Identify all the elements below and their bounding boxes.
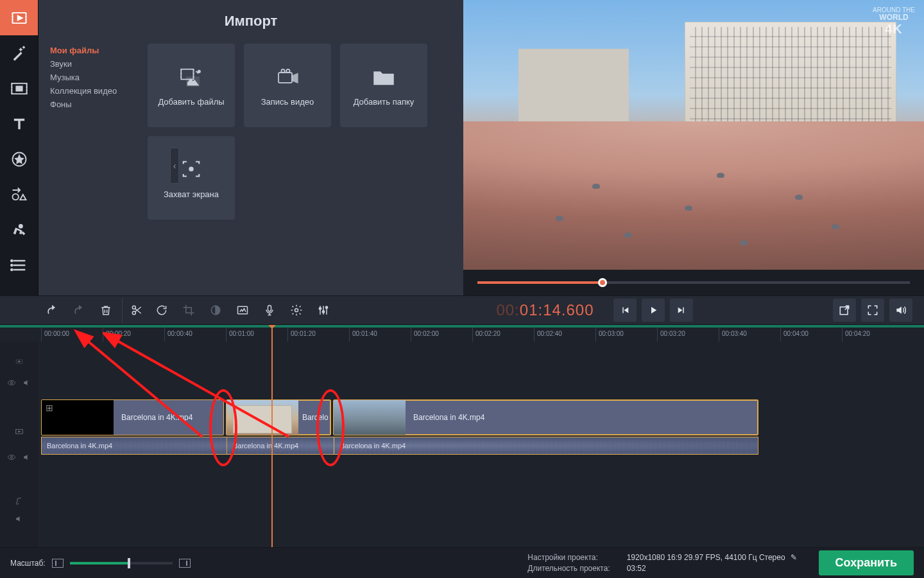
tool-motion[interactable] — [0, 212, 38, 247]
overlay-track[interactable] — [38, 351, 924, 372]
rotate-button[interactable] — [149, 297, 175, 323]
nav-backgrounds[interactable]: Фоны — [50, 98, 124, 111]
time-ruler[interactable]: 00:00:00 00:00:20 00:00:40 00:01:00 00:0… — [38, 328, 924, 342]
transport-controls — [613, 299, 693, 322]
volume-button[interactable] — [889, 299, 912, 322]
video-clip-3[interactable]: Barcelona in 4K.mp4 — [333, 399, 758, 435]
timecode-display: 00:01:14.600 — [477, 301, 594, 319]
zoom-label: Масштаб: — [10, 559, 46, 568]
voiceover-button[interactable] — [257, 297, 282, 323]
svg-point-16 — [189, 167, 193, 170]
svg-rect-20 — [238, 306, 248, 314]
export-frame-button[interactable] — [833, 299, 856, 322]
svg-point-8 — [11, 264, 12, 265]
tool-import[interactable] — [0, 0, 38, 35]
svg-point-14 — [281, 69, 284, 73]
ruler-tick: 00:00:20 — [103, 328, 131, 342]
prev-button[interactable] — [613, 299, 637, 322]
zoom-in-icon[interactable] — [179, 559, 191, 568]
ruler-tick: 00:01:20 — [287, 328, 316, 342]
svg-marker-31 — [19, 431, 21, 432]
video-track-head[interactable] — [0, 419, 38, 444]
nav-music[interactable]: Музыка — [50, 71, 124, 84]
ruler-tick: 00:02:00 — [411, 328, 439, 342]
tile-record-video[interactable]: Запись видео — [244, 44, 331, 127]
ruler-tick: 00:03:40 — [719, 328, 747, 342]
settings-button[interactable] — [284, 297, 309, 323]
ruler-tick: 00:04:20 — [842, 328, 870, 342]
next-button[interactable] — [670, 299, 693, 322]
svg-point-22 — [295, 309, 298, 312]
collapse-panel-button[interactable]: ‹ — [170, 148, 179, 184]
svg-point-7 — [11, 259, 12, 261]
film-media-icon — [178, 64, 205, 91]
zoom-out-icon[interactable] — [52, 559, 64, 568]
tool-stickers[interactable] — [0, 141, 38, 177]
svg-point-25 — [325, 306, 327, 308]
music-track-head[interactable] — [0, 491, 38, 511]
tool-filters[interactable] — [0, 35, 38, 71]
color-adjust-button[interactable] — [203, 297, 228, 323]
folder-icon — [370, 64, 397, 91]
ruler-tick: 00:03:00 — [595, 328, 624, 342]
ruler-tick: 00:02:40 — [534, 328, 562, 342]
svg-point-24 — [322, 311, 324, 313]
camcorder-icon — [274, 64, 301, 91]
preview-progress[interactable] — [463, 270, 924, 295]
tool-shapes[interactable] — [0, 177, 38, 212]
zoom-slider[interactable] — [70, 562, 173, 565]
tool-titles[interactable] — [0, 106, 38, 141]
tile-screen-capture[interactable]: Захват экрана — [148, 136, 235, 220]
linked-audio[interactable]: Barcelona in 4K.mp4 Barcelona in 4K.mp4 … — [41, 437, 758, 455]
fullscreen-button[interactable] — [861, 299, 884, 322]
music-track-controls[interactable] — [0, 511, 38, 527]
tracks-area[interactable]: Barcelona in 4K.mp4 Barcelo Barcelona in… — [38, 342, 924, 547]
project-duration-label: Длительность проекта: — [527, 564, 610, 573]
video-track-controls[interactable] — [0, 450, 38, 465]
video-track[interactable]: Barcelona in 4K.mp4 Barcelo Barcelona in… — [38, 399, 924, 455]
ruler-tick: 00:01:40 — [349, 328, 377, 342]
save-button[interactable]: Сохранить — [819, 550, 914, 575]
clip-properties-button[interactable] — [230, 297, 255, 323]
overlay-track-controls[interactable] — [0, 375, 38, 390]
project-duration-value: 03:52 — [627, 564, 797, 573]
tile-label: Добавить папку — [354, 97, 415, 107]
ruler-tick: 00:03:20 — [657, 328, 685, 342]
undo-button[interactable] — [39, 297, 65, 323]
svg-rect-13 — [278, 73, 292, 83]
edit-toolbar-row: 00:01:14.600 — [0, 295, 924, 325]
tile-add-folder[interactable]: Добавить папку — [340, 44, 427, 127]
ruler-tick: 00:00:40 — [164, 328, 193, 342]
svg-point-29 — [11, 382, 13, 384]
ruler-tick: 00:02:20 — [472, 328, 501, 342]
tool-more[interactable] — [0, 247, 38, 283]
tile-label: Захват экрана — [164, 189, 219, 200]
track-headers — [0, 342, 38, 547]
play-button[interactable] — [642, 299, 665, 322]
svg-rect-21 — [268, 306, 271, 311]
preview-canvas[interactable]: AROUND THE WORLD 4K — [463, 0, 924, 270]
project-settings-label: Настройки проекта: — [527, 553, 610, 562]
overlay-track-head[interactable] — [0, 351, 38, 372]
svg-point-15 — [286, 69, 289, 73]
split-button[interactable] — [122, 297, 148, 323]
ruler-tick: 00:01:00 — [226, 328, 254, 342]
equalizer-button[interactable] — [311, 297, 336, 323]
nav-video-collection[interactable]: Коллекция видео — [50, 84, 124, 98]
capture-frame-icon — [178, 156, 205, 183]
tile-add-files[interactable]: Добавить файлы — [148, 44, 235, 127]
nav-my-files[interactable]: Мои файлы — [50, 44, 124, 57]
nav-sounds[interactable]: Звуки — [50, 57, 124, 71]
playhead[interactable] — [271, 328, 273, 547]
edit-project-settings-button[interactable]: ✎ — [791, 553, 797, 562]
project-info: Настройки проекта: 1920x1080 16:9 29.97 … — [527, 553, 796, 573]
delete-button[interactable] — [93, 297, 119, 323]
crop-button[interactable] — [176, 297, 201, 323]
redo-button[interactable] — [66, 297, 92, 323]
music-track[interactable] — [38, 492, 924, 512]
video-clip-1[interactable]: Barcelona in 4K.mp4 — [41, 399, 224, 435]
project-settings-value: 1920x1080 16:9 29.97 FPS, 44100 Гц Стере… — [627, 553, 785, 562]
tool-transitions[interactable] — [0, 71, 38, 106]
left-toolbar — [0, 0, 38, 295]
video-clip-2[interactable]: Barcelo — [226, 399, 331, 435]
